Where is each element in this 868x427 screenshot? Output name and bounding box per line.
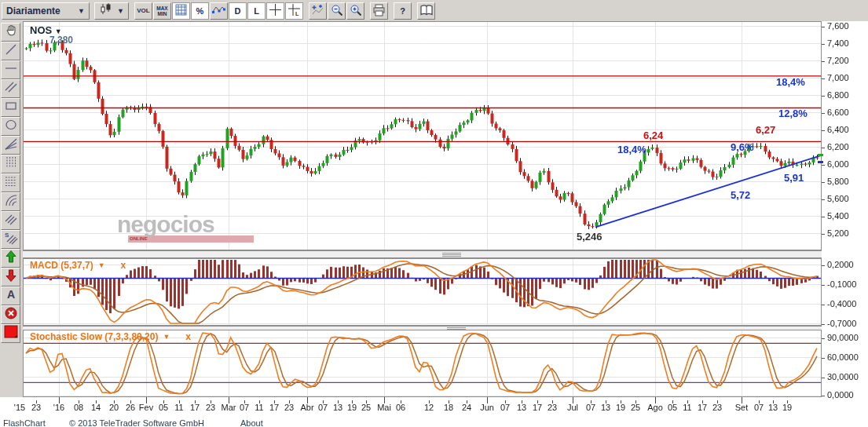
- date-tick-label: 25: [631, 403, 640, 412]
- price-axis-column: [822, 21, 868, 397]
- fibonacci-retracement-tool[interactable]: [1, 173, 20, 192]
- macd-close-button[interactable]: x: [121, 260, 126, 271]
- date-tick-label: 19: [616, 403, 625, 412]
- date-tick-label: 23: [712, 403, 722, 412]
- zoom-reset-button[interactable]: [309, 2, 327, 20]
- book-icon: [419, 4, 434, 18]
- svg-text:A: A: [7, 288, 15, 301]
- date-tick-label: 08: [74, 403, 83, 412]
- delete-drawing-tool[interactable]: [1, 305, 20, 324]
- zoom-out-button[interactable]: [328, 2, 346, 20]
- date-tick-label: 13: [768, 403, 778, 412]
- date-tick-label: Ago: [647, 403, 663, 412]
- stochastic-title[interactable]: Stochastic Slow (7,3,3,80,20)▼ x: [30, 331, 191, 342]
- manual-button[interactable]: [417, 2, 435, 20]
- date-tick-label: 11: [683, 403, 691, 412]
- chart-type-dropdown[interactable]: ▼: [94, 2, 129, 20]
- fibonacci-time-tool[interactable]: [1, 155, 20, 173]
- chevron-down-icon: ▼: [78, 7, 85, 15]
- panel-splitter[interactable]: [23, 250, 822, 258]
- downarrow-icon: [4, 268, 18, 286]
- text-tool-tool[interactable]: A: [1, 286, 20, 305]
- crosshair-last-button[interactable]: L: [285, 2, 303, 20]
- rect-icon: [4, 99, 18, 116]
- date-tick-label: 13: [333, 403, 342, 412]
- volume-button[interactable]: VOL: [134, 2, 152, 20]
- horizontal-line-tool[interactable]: [1, 60, 20, 79]
- macd-title[interactable]: MACD (5,37,7)▼ x: [30, 260, 126, 271]
- grid-button[interactable]: [172, 2, 190, 20]
- splitter-grip[interactable]: [442, 253, 461, 257]
- ellipse-tool[interactable]: [1, 117, 20, 136]
- shatch-icon: S: [4, 231, 18, 248]
- line-mode-button[interactable]: L: [247, 2, 266, 20]
- date-tick-label: 19: [347, 403, 357, 412]
- hand-icon: [4, 24, 18, 41]
- fibonacci-arcs-tool[interactable]: [1, 192, 20, 211]
- crosshair-icon: [269, 3, 282, 18]
- chart-markers-button[interactable]: [210, 2, 228, 20]
- date-tick-label: '15: [14, 403, 25, 412]
- svg-text:S: S: [5, 232, 9, 239]
- daily-mode-button[interactable]: D: [229, 2, 247, 20]
- macd-chart[interactable]: [24, 259, 821, 325]
- max-min-button[interactable]: MAXMIN: [153, 2, 171, 20]
- about-link[interactable]: About: [240, 418, 263, 427]
- main-chart-panel[interactable]: [23, 21, 822, 250]
- date-tick-label: Jul: [567, 403, 578, 412]
- date-tick-label: 26: [126, 403, 135, 412]
- date-tick-label: 17: [533, 403, 542, 412]
- vlines-icon: [4, 155, 18, 173]
- zoom-in-button[interactable]: [346, 2, 364, 20]
- speed-lines-tool[interactable]: [1, 211, 20, 230]
- date-tick-label: 07: [754, 403, 764, 412]
- arrow-down-tool[interactable]: [1, 268, 20, 286]
- help-button[interactable]: ?: [394, 2, 412, 20]
- print-button[interactable]: [370, 2, 388, 20]
- color-picker-tool[interactable]: [1, 324, 20, 343]
- arrow-up-tool[interactable]: [1, 249, 20, 268]
- date-tick-label: 07: [500, 403, 510, 412]
- candlestick-chart[interactable]: [24, 22, 821, 250]
- uparrow-icon: [4, 250, 18, 267]
- date-tick-label: 25: [361, 403, 371, 412]
- period-dropdown[interactable]: Diariamente ▼: [2, 2, 90, 20]
- date-axis: '1523'1608142026Fev05111723Mar07111723Ab…: [24, 403, 825, 414]
- parallel-lines-tool[interactable]: [1, 79, 20, 98]
- date-tick-label: 17: [269, 403, 279, 412]
- date-tick-label: 07: [240, 403, 249, 412]
- date-tick-label: 13: [517, 403, 526, 412]
- date-tick-label: Abr: [300, 403, 313, 412]
- date-tick-label: 06: [396, 403, 405, 412]
- zoomreset-icon: [311, 4, 324, 18]
- chevron-down-icon[interactable]: ▼: [163, 333, 170, 341]
- line-icon: [4, 42, 18, 60]
- svg-text:L: L: [295, 11, 299, 16]
- date-tick-label: 23: [31, 403, 41, 412]
- app-name: FlashChart: [3, 418, 46, 427]
- stochastic-close-button[interactable]: x: [185, 331, 191, 342]
- zoomout-icon: [331, 4, 343, 18]
- copyright-text: © 2013 TeleTrader Software GmbH: [69, 418, 204, 427]
- crosshair-button[interactable]: [266, 2, 284, 20]
- date-tick-label: 17: [190, 403, 200, 412]
- markers-icon: [212, 4, 225, 17]
- chevron-down-icon[interactable]: ▼: [98, 261, 105, 269]
- rectangle-tool[interactable]: [1, 98, 20, 117]
- date-tick-label: Mai: [377, 403, 391, 412]
- date-tick-label: 23: [206, 403, 215, 412]
- date-tick-label: 11: [255, 403, 263, 412]
- date-tick-label: Jun: [480, 403, 494, 412]
- macd-panel[interactable]: [23, 258, 822, 326]
- crosshairL-icon: L: [288, 3, 301, 18]
- percent-button[interactable]: %: [191, 2, 209, 20]
- candlestick-icon: [99, 3, 112, 18]
- gann-fan-tool[interactable]: [1, 136, 20, 155]
- pan-tool[interactable]: [1, 23, 20, 42]
- trend-line-tool[interactable]: [1, 42, 20, 60]
- date-tick-label: 24: [462, 403, 471, 412]
- speed-resistance-tool[interactable]: S: [1, 230, 20, 249]
- atext-icon: A: [4, 287, 18, 305]
- date-tick-label: 14: [91, 403, 101, 412]
- date-tick-label: 18: [444, 403, 453, 412]
